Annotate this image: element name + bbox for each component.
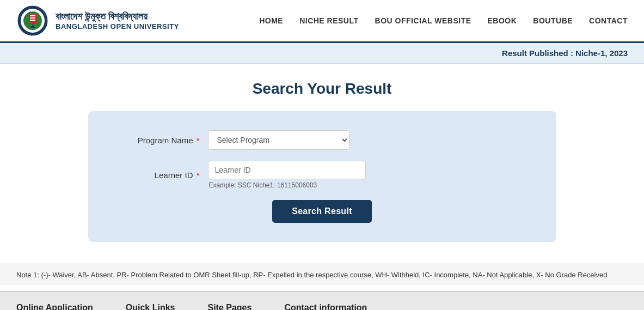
announcement-text: Result Published : Niche-1, 2023 bbox=[502, 48, 628, 58]
page-title: Search Your Result bbox=[22, 80, 622, 98]
footer-col-online-application: Online Application bbox=[16, 303, 93, 310]
nav-menu: HOME NICHE RESULT BOU OFFICIAL WEBSITE E… bbox=[259, 16, 628, 26]
search-result-button[interactable]: Search Result bbox=[272, 200, 372, 223]
nav-item-contact[interactable]: CONTACT bbox=[589, 16, 628, 26]
nav-item-ebook[interactable]: EBOOK bbox=[488, 16, 517, 26]
footer-col-online-application-title: Online Application bbox=[16, 303, 93, 310]
search-card: Program Name * Select Program Learner ID… bbox=[88, 111, 556, 242]
nav-item-niche-result[interactable]: NICHE RESULT bbox=[299, 16, 358, 26]
footer-col-site-pages: Site Pages bbox=[207, 303, 252, 310]
footer-top: Online Application Quick Links Site Page… bbox=[0, 291, 644, 310]
learner-id-row: Learner ID * Example: SSC Niche1: 161150… bbox=[121, 161, 524, 189]
logo-area: বাংলাদেশ উন্মুক্ত বিশ্ববিদ্যালয় BANGLAD… bbox=[16, 4, 179, 37]
program-name-row: Program Name * Select Program bbox=[121, 130, 524, 150]
note-text: Note 1: (-)- Waiver, AB- Absent, PR- Pro… bbox=[16, 271, 607, 279]
search-btn-row: Search Result bbox=[121, 200, 524, 223]
nav-link-home[interactable]: HOME bbox=[259, 16, 283, 25]
nav-link-bou-website[interactable]: BOU OFFICIAL WEBSITE bbox=[375, 16, 471, 25]
nav-item-bou-website[interactable]: BOU OFFICIAL WEBSITE bbox=[375, 16, 471, 26]
learner-required-star: * bbox=[197, 171, 200, 180]
main-content: Search Your Result Program Name * Select… bbox=[0, 64, 644, 264]
footer-col-quick-links: Quick Links bbox=[126, 303, 175, 310]
footer-col-quick-links-title: Quick Links bbox=[126, 303, 175, 310]
nav-link-ebook[interactable]: EBOOK bbox=[488, 16, 517, 25]
nav-link-contact[interactable]: CONTACT bbox=[589, 16, 628, 25]
footer-col-contact-title: Contact information bbox=[284, 303, 367, 310]
program-name-label: Program Name * bbox=[121, 136, 208, 145]
svg-rect-5 bbox=[30, 17, 35, 19]
nav-link-niche-result[interactable]: NICHE RESULT bbox=[299, 16, 358, 25]
bou-logo-icon bbox=[16, 4, 49, 37]
navbar: বাংলাদেশ উন্মুক্ত বিশ্ববিদ্যালয় BANGLAD… bbox=[0, 0, 644, 43]
learner-id-label: Learner ID * bbox=[121, 171, 208, 180]
svg-rect-4 bbox=[30, 15, 35, 16]
program-select[interactable]: Select Program bbox=[208, 130, 349, 150]
svg-rect-6 bbox=[30, 20, 35, 21]
program-required-star: * bbox=[197, 136, 200, 145]
note-bar: Note 1: (-)- Waiver, AB- Absent, PR- Pro… bbox=[0, 264, 644, 285]
announcement-bar: Result Published : Niche-1, 2023 bbox=[0, 43, 644, 64]
learner-id-hint: Example: SSC Niche1: 16115006003 bbox=[208, 181, 366, 189]
logo-text: বাংলাদেশ উন্মুক্ত বিশ্ববিদ্যালয় BANGLAD… bbox=[56, 11, 179, 31]
logo-bangla-text: বাংলাদেশ উন্মুক্ত বিশ্ববিদ্যালয় bbox=[56, 11, 179, 22]
learner-id-input[interactable] bbox=[208, 161, 366, 179]
nav-item-home[interactable]: HOME bbox=[259, 16, 283, 26]
nav-item-boutube[interactable]: BOUTUBE bbox=[533, 16, 573, 26]
learner-input-wrapper: Example: SSC Niche1: 16115006003 bbox=[208, 161, 366, 189]
footer-col-contact: Contact information bbox=[284, 303, 367, 310]
footer-col-site-pages-title: Site Pages bbox=[207, 303, 252, 310]
logo-english-text: BANGLADESH OPEN UNIVERSITY bbox=[56, 22, 179, 31]
nav-link-boutube[interactable]: BOUTUBE bbox=[533, 16, 573, 25]
